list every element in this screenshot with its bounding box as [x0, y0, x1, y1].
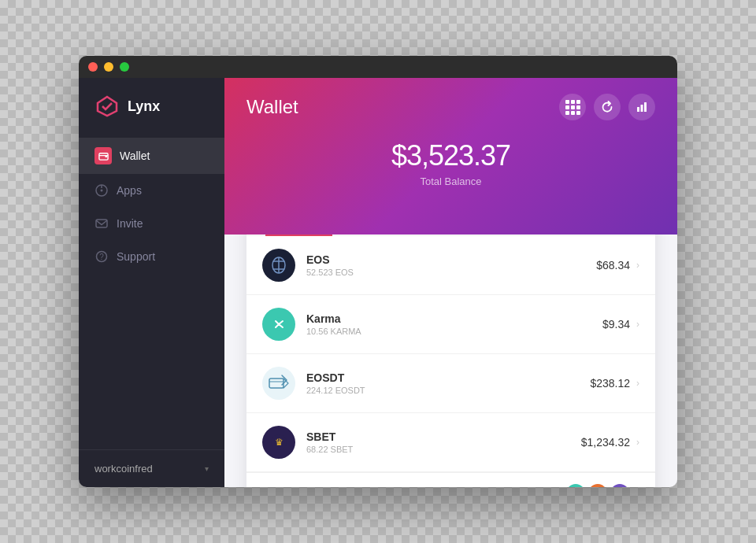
- karma-chevron-icon: ›: [636, 319, 639, 330]
- sbet-icon: ♛: [269, 433, 288, 452]
- manage-tokens-row[interactable]: Manage Tokens ✦ ◈ ✦ ›: [246, 472, 655, 487]
- apps-icon: [94, 183, 109, 198]
- close-button[interactable]: [88, 62, 98, 72]
- fullscreen-button[interactable]: [120, 62, 129, 72]
- sidebar: Lynx Wallet: [79, 78, 224, 487]
- eosdt-value: $238.12 ›: [590, 377, 639, 390]
- manage-icon-orange: ◈: [588, 484, 607, 487]
- grid-view-button[interactable]: [559, 94, 586, 120]
- sidebar-wallet-label: Wallet: [120, 150, 150, 162]
- svg-text:♛: ♛: [275, 437, 284, 448]
- sidebar-support-label: Support: [117, 250, 155, 263]
- token-row-eos[interactable]: EOS 52.523 EOS $68.34 ›: [246, 236, 655, 295]
- karma-info: Karma 10.56 KARMA: [306, 312, 602, 336]
- refresh-icon: [601, 101, 613, 113]
- main-content: Wallet: [224, 78, 677, 487]
- eosdt-chevron-icon: ›: [636, 378, 639, 389]
- eos-value: $68.34 ›: [596, 259, 639, 272]
- chevron-down-icon: ▾: [205, 464, 209, 473]
- token-row-sbet[interactable]: ♛ SBET 68.22 SBET $1,234.32 ›: [246, 413, 655, 472]
- chart-icon: [636, 101, 648, 113]
- svg-rect-11: [641, 105, 643, 112]
- wallet-icon: [98, 151, 109, 161]
- titlebar: [79, 56, 677, 78]
- svg-rect-10: [637, 107, 639, 112]
- token-row-eosdt[interactable]: EOSDT 224.12 EOSDT $238.12 ›: [246, 354, 655, 413]
- karma-amount: 10.56 KARMA: [306, 327, 602, 336]
- sbet-chevron-icon: ›: [636, 437, 639, 448]
- username: workcoinfred: [94, 463, 153, 475]
- sidebar-item-apps[interactable]: Apps: [79, 174, 224, 207]
- manage-icon-teal: ✦: [566, 484, 585, 487]
- card-container: TOKENS DGOODS: [224, 203, 677, 487]
- header-top: Wallet: [246, 94, 655, 120]
- manage-token-icons: ✦ ◈ ✦ ›: [566, 484, 639, 487]
- balance-label: Total Balance: [246, 175, 655, 187]
- token-row-karma[interactable]: Karma 10.56 KARMA $9.34 ›: [246, 295, 655, 354]
- page-title: Wallet: [246, 96, 298, 118]
- chart-button[interactable]: [628, 94, 655, 120]
- header-gradient: Wallet: [224, 78, 677, 235]
- lynx-logo-icon: [94, 94, 120, 119]
- karma-name: Karma: [306, 312, 602, 325]
- svg-point-5: [101, 190, 103, 192]
- eos-name: EOS: [306, 253, 596, 266]
- eos-avatar: [262, 249, 295, 282]
- app-body: Lynx Wallet: [79, 78, 677, 487]
- sidebar-apps-label: Apps: [117, 184, 142, 197]
- eosdt-name: EOSDT: [306, 371, 590, 384]
- token-list: EOS 52.523 EOS $68.34 ›: [246, 236, 655, 472]
- eos-chevron-icon: ›: [636, 260, 639, 271]
- eos-info: EOS 52.523 EOS: [306, 253, 596, 277]
- manage-icon-purple: ✦: [610, 484, 629, 487]
- header-actions: [559, 94, 655, 120]
- svg-marker-0: [98, 97, 117, 116]
- wallet-icon-bg: [94, 147, 112, 164]
- eos-icon: [269, 256, 288, 275]
- sbet-amount: 68.22 SBET: [306, 445, 581, 454]
- eos-amount: 52.523 EOS: [306, 268, 596, 277]
- balance-section: $3,523.37 Total Balance: [246, 139, 655, 187]
- support-icon: ?: [94, 249, 109, 264]
- karma-avatar: [262, 308, 295, 341]
- eosdt-amount: 224.12 EOSDT: [306, 386, 590, 395]
- sidebar-item-invite[interactable]: Invite: [79, 207, 224, 240]
- sbet-value: $1,234.32 ›: [581, 436, 639, 449]
- invite-icon: [94, 216, 109, 231]
- sbet-info: SBET 68.22 SBET: [306, 430, 581, 454]
- eosdt-avatar: [262, 367, 295, 400]
- app-window: Lynx Wallet: [79, 56, 677, 487]
- svg-text:?: ?: [99, 253, 104, 261]
- minimize-button[interactable]: [104, 62, 113, 72]
- logo-text: Lynx: [128, 98, 160, 115]
- sidebar-footer[interactable]: workcoinfred ▾: [79, 449, 224, 487]
- karma-value: $9.34 ›: [602, 318, 639, 331]
- svg-rect-12: [644, 102, 647, 112]
- sbet-name: SBET: [306, 430, 581, 443]
- karma-icon: [269, 315, 288, 334]
- sidebar-item-support[interactable]: ? Support: [79, 240, 224, 273]
- eosdt-icon: [268, 372, 290, 394]
- logo-area: Lynx: [79, 78, 224, 138]
- sbet-avatar: ♛: [262, 426, 295, 459]
- token-card: TOKENS DGOODS: [246, 203, 655, 487]
- sidebar-item-wallet[interactable]: Wallet: [79, 138, 224, 174]
- balance-amount: $3,523.37: [246, 139, 655, 172]
- svg-rect-18: [269, 379, 284, 388]
- grid-icon: [565, 100, 580, 115]
- svg-rect-7: [96, 220, 107, 227]
- sidebar-nav: Wallet Apps: [79, 138, 224, 449]
- refresh-button[interactable]: [594, 94, 621, 120]
- sidebar-invite-label: Invite: [117, 217, 143, 230]
- eosdt-info: EOSDT 224.12 EOSDT: [306, 371, 590, 395]
